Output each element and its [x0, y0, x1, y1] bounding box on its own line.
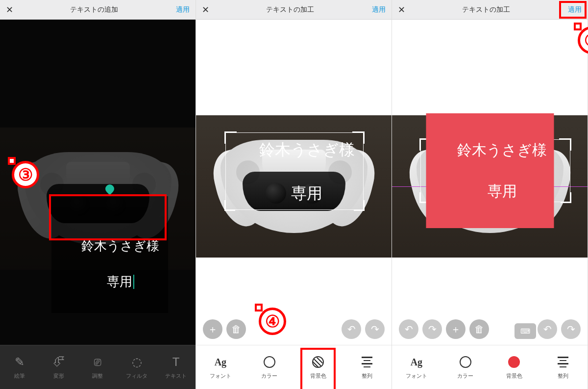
close-icon[interactable]: ✕	[202, 4, 214, 15]
trash-icon: 🗑	[231, 324, 241, 335]
tool-filter[interactable]: ◌ フィルタ	[122, 355, 151, 380]
tool-bgcolor[interactable]: 背景色	[499, 355, 529, 380]
redo-button-2[interactable]: ↷	[561, 319, 581, 339]
font-icon: Ag	[215, 357, 226, 368]
text-overlay[interactable]: 鈴木うさぎ様 専用	[226, 113, 361, 231]
sliders-icon: ⎚	[94, 355, 101, 369]
apply-button[interactable]: 適用	[366, 5, 386, 14]
overlay-line1: 鈴木うさぎ様	[81, 238, 159, 253]
canvas[interactable]: 鈴木うさぎ様 専用 ↶ ↷ ＋ 🗑 ⌨ ↶ ↷	[392, 20, 588, 345]
overlay-line1: 鈴木うさぎ様	[259, 141, 355, 158]
delete-button[interactable]: 🗑	[469, 319, 489, 339]
undo-icon: ↶	[543, 323, 552, 335]
header-title: テキストの追加	[18, 5, 170, 14]
apply-button[interactable]: 適用	[170, 5, 190, 14]
add-button[interactable]: ＋	[446, 319, 466, 339]
tool-font[interactable]: Ag フォント	[206, 355, 235, 380]
annotation-4: ④	[259, 308, 286, 335]
panel-add-text: ✕ テキストの追加 適用 鈴木うさぎ様 専用 ③ ✎	[0, 0, 196, 389]
overlay-line2: 専用	[488, 183, 517, 199]
undo-icon: ↶	[347, 323, 356, 335]
header: ✕ テキストの加工 適用	[196, 0, 392, 20]
undo-button[interactable]: ↶	[342, 319, 361, 339]
redo-button[interactable]: ↷	[422, 319, 442, 339]
bottom-toolbar: Ag フォント カラー 背景色 整列	[196, 345, 392, 389]
tool-draw[interactable]: ✎ 絵筆	[5, 355, 34, 380]
crop-icon: ⮶	[53, 355, 65, 369]
delete-button[interactable]: 🗑	[226, 319, 246, 339]
overlay-line1: 鈴木うさぎ様	[457, 142, 547, 158]
plus-icon: ＋	[451, 323, 461, 336]
circle-icon	[460, 356, 471, 368]
tool-bgcolor[interactable]: 背景色	[303, 355, 333, 380]
keyboard-dismiss-button[interactable]: ⌨	[514, 323, 536, 339]
header-title: テキストの加工	[410, 5, 562, 14]
panel-edit-text-1: ✕ テキストの加工 適用 鈴木うさぎ様 専用 ＋ 🗑 ↶	[196, 0, 392, 389]
tool-color[interactable]: カラー	[255, 355, 284, 380]
canvas[interactable]: 鈴木うさぎ様 専用 ＋ 🗑 ↶ ↷ ④	[196, 20, 392, 345]
filled-circle-icon	[508, 356, 520, 368]
brush-icon: ✎	[15, 355, 24, 369]
circle-icon	[264, 356, 275, 368]
tool-text[interactable]: T テキスト	[161, 355, 191, 380]
keyboard-icon: ⌨	[520, 327, 530, 335]
plus-icon: ＋	[208, 323, 218, 336]
apply-button[interactable]: 適用	[562, 5, 582, 14]
redo-icon: ↷	[371, 323, 379, 335]
header: ✕ テキストの追加 適用	[0, 0, 196, 20]
tool-font[interactable]: Ag フォント	[402, 355, 431, 380]
redo-button[interactable]: ↷	[365, 319, 385, 339]
text-icon: T	[172, 355, 180, 369]
add-button[interactable]: ＋	[203, 319, 222, 339]
undo-button-2[interactable]: ↶	[538, 319, 557, 339]
redo-icon: ↷	[567, 323, 575, 335]
text-cursor	[133, 275, 134, 289]
overlay-line2: 専用	[291, 184, 322, 202]
text-input-overlay[interactable]: 鈴木うさぎ様 専用	[51, 196, 168, 313]
hatch-circle-icon	[312, 356, 324, 368]
redo-icon: ↷	[428, 323, 437, 335]
tool-color[interactable]: カラー	[451, 355, 480, 380]
undo-button[interactable]: ↶	[399, 319, 418, 339]
close-icon[interactable]: ✕	[398, 4, 410, 15]
bottom-toolbar: ✎ 絵筆 ⮶ 変形 ⎚ 調整 ◌ フィルタ T テキスト	[0, 345, 196, 389]
tool-crop[interactable]: ⮶ 変形	[44, 355, 74, 380]
overlay-line2: 専用	[107, 274, 132, 289]
header-title: テキストの加工	[214, 5, 366, 14]
bottom-toolbar: Ag フォント カラー 背景色 整列	[392, 345, 588, 389]
tool-align[interactable]: 整列	[548, 355, 578, 380]
tool-align[interactable]: 整列	[352, 355, 382, 380]
trash-icon: 🗑	[474, 324, 484, 335]
drop-icon: ◌	[132, 355, 142, 369]
font-icon: Ag	[411, 357, 422, 368]
text-overlay[interactable]: 鈴木うさぎ様 専用	[426, 113, 554, 228]
align-icon	[558, 357, 568, 367]
tool-adjust[interactable]: ⎚ 調整	[83, 355, 112, 380]
header: ✕ テキストの加工 適用	[392, 0, 588, 20]
align-icon	[362, 357, 372, 367]
close-icon[interactable]: ✕	[6, 4, 18, 15]
panel-edit-text-2: ✕ テキストの加工 適用 鈴木うさぎ様 専用 ↶ ↷ ＋ 🗑	[392, 0, 588, 389]
canvas[interactable]: 鈴木うさぎ様 専用 ③	[0, 20, 196, 345]
undo-icon: ↶	[405, 323, 413, 335]
